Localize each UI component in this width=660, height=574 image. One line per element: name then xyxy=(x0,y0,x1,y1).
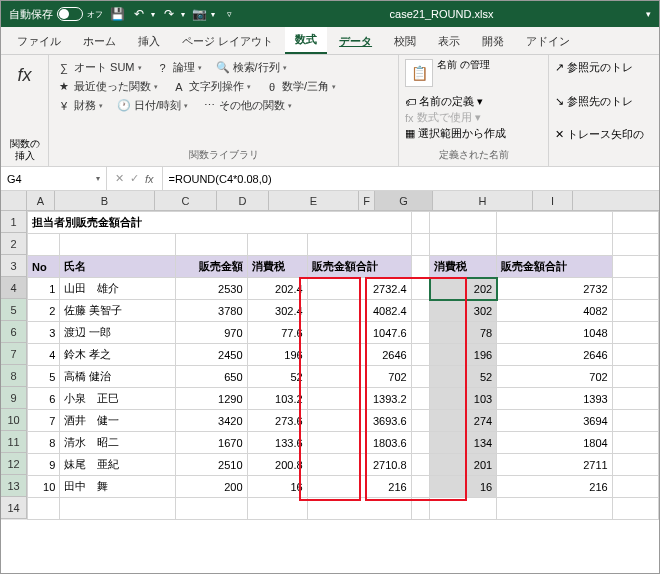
cancel-formula-icon[interactable]: ✕ xyxy=(115,172,124,185)
tab-home[interactable]: ホーム xyxy=(73,29,126,54)
row-header[interactable]: 2 xyxy=(1,233,27,255)
enter-formula-icon[interactable]: ✓ xyxy=(130,172,139,185)
cell-tax2[interactable]: 202 xyxy=(430,278,497,300)
cell-sales[interactable]: 3780 xyxy=(175,300,247,322)
cell-total2[interactable]: 216 xyxy=(497,476,613,498)
cell-tax2[interactable]: 52 xyxy=(430,366,497,388)
row-header[interactable]: 5 xyxy=(1,299,27,321)
cell-no[interactable]: 6 xyxy=(28,388,60,410)
tab-insert[interactable]: 挿入 xyxy=(128,29,170,54)
create-from-selection-button[interactable]: ▦選択範囲から作成 xyxy=(405,126,542,141)
cell-sales[interactable]: 1670 xyxy=(175,432,247,454)
autosave-toggle[interactable]: 自動保存 オフ xyxy=(9,7,103,22)
autosum-button[interactable]: ∑オート SUM ▾ xyxy=(55,59,144,76)
ribbon-group-insert-function[interactable]: fx 関数の 挿入 xyxy=(1,55,49,166)
row-header[interactable]: 11 xyxy=(1,431,27,453)
row-header[interactable]: 6 xyxy=(1,321,27,343)
remove-arrows-button[interactable]: ✕トレース矢印の xyxy=(555,126,653,143)
cell-sales[interactable]: 2530 xyxy=(175,278,247,300)
cell-sales[interactable]: 2510 xyxy=(175,454,247,476)
cell-total2[interactable]: 1048 xyxy=(497,322,613,344)
cell-name[interactable]: 佐藤 美智子 xyxy=(60,300,176,322)
header-name[interactable]: 氏名 xyxy=(60,256,176,278)
cell-total[interactable]: 1047.6 xyxy=(307,322,411,344)
cell-sales[interactable]: 970 xyxy=(175,322,247,344)
cell-no[interactable]: 9 xyxy=(28,454,60,476)
datetime-button[interactable]: 🕐日付/時刻 ▾ xyxy=(115,97,190,114)
text-button[interactable]: A文字列操作 ▾ xyxy=(170,78,253,95)
cell-total[interactable]: 3693.6 xyxy=(307,410,411,432)
tab-view[interactable]: 表示 xyxy=(428,29,470,54)
cell-total2[interactable]: 2711 xyxy=(497,454,613,476)
cell-no[interactable]: 3 xyxy=(28,322,60,344)
row-header[interactable]: 4 xyxy=(1,277,27,299)
redo-icon[interactable]: ↷ xyxy=(161,6,177,22)
cell-no[interactable]: 1 xyxy=(28,278,60,300)
tab-file[interactable]: ファイル xyxy=(7,29,71,54)
cell-total2[interactable]: 702 xyxy=(497,366,613,388)
insert-fx-icon[interactable]: fx xyxy=(145,173,154,185)
cell-tax[interactable]: 196 xyxy=(247,344,307,366)
cell-no[interactable]: 2 xyxy=(28,300,60,322)
cell-tax[interactable]: 133.6 xyxy=(247,432,307,454)
camera-icon[interactable]: 📷 xyxy=(191,6,207,22)
cell-tax[interactable]: 273.6 xyxy=(247,410,307,432)
financial-button[interactable]: ¥財務 ▾ xyxy=(55,97,105,114)
cell-total2[interactable]: 2646 xyxy=(497,344,613,366)
col-header[interactable]: D xyxy=(217,191,269,210)
save-icon[interactable]: 💾 xyxy=(109,6,125,22)
cell-tax2[interactable]: 302 xyxy=(430,300,497,322)
cell-no[interactable]: 10 xyxy=(28,476,60,498)
tab-formulas[interactable]: 数式 xyxy=(285,27,327,54)
header-total[interactable]: 販売金額合計 xyxy=(307,256,411,278)
row-header[interactable]: 10 xyxy=(1,409,27,431)
col-header[interactable]: A xyxy=(27,191,55,210)
cell-sales[interactable]: 200 xyxy=(175,476,247,498)
cell-name[interactable]: 田中 舞 xyxy=(60,476,176,498)
formula-input[interactable]: =ROUND(C4*0.08,0) xyxy=(163,173,278,185)
cell-total2[interactable]: 4082 xyxy=(497,300,613,322)
cell-no[interactable]: 7 xyxy=(28,410,60,432)
lookup-button[interactable]: 🔍検索/行列 ▾ xyxy=(214,59,289,76)
cells-grid[interactable]: 担当者別販売金額合計 No 氏名 販売金額 消費税 販売金額合計 消費税 販売金… xyxy=(27,211,659,520)
cell-total[interactable]: 1803.6 xyxy=(307,432,411,454)
cell-sales[interactable]: 3420 xyxy=(175,410,247,432)
logical-button[interactable]: ?論理 ▾ xyxy=(154,59,204,76)
cell-tax[interactable]: 302.4 xyxy=(247,300,307,322)
header-tax2[interactable]: 消費税 xyxy=(430,256,497,278)
cell-name[interactable]: 高橋 健治 xyxy=(60,366,176,388)
cell-tax[interactable]: 202.4 xyxy=(247,278,307,300)
tab-data[interactable]: データ xyxy=(329,29,382,54)
col-header[interactable]: C xyxy=(155,191,217,210)
customize-qa-icon[interactable]: ▿ xyxy=(221,6,237,22)
tab-review[interactable]: 校閲 xyxy=(384,29,426,54)
cell-tax2[interactable]: 103 xyxy=(430,388,497,410)
col-header[interactable]: B xyxy=(55,191,155,210)
cell-name[interactable]: 酒井 健一 xyxy=(60,410,176,432)
col-header[interactable]: I xyxy=(533,191,573,210)
cell-sales[interactable]: 2450 xyxy=(175,344,247,366)
trace-dependents-button[interactable]: ↘参照先のトレ xyxy=(555,93,653,110)
cell-total[interactable]: 702 xyxy=(307,366,411,388)
recent-button[interactable]: ★最近使った関数 ▾ xyxy=(55,78,160,95)
cell-name[interactable]: 妹尾 亜紀 xyxy=(60,454,176,476)
col-header[interactable]: E xyxy=(269,191,359,210)
cell-total2[interactable]: 1804 xyxy=(497,432,613,454)
cell-tax[interactable]: 77.6 xyxy=(247,322,307,344)
row-header[interactable]: 14 xyxy=(1,497,27,519)
cell-tax2[interactable]: 196 xyxy=(430,344,497,366)
cell-tax[interactable]: 52 xyxy=(247,366,307,388)
col-header[interactable]: H xyxy=(433,191,533,210)
cell-name[interactable]: 渡辺 一郎 xyxy=(60,322,176,344)
row-header[interactable]: 12 xyxy=(1,453,27,475)
cell-tax2[interactable]: 274 xyxy=(430,410,497,432)
sheet-title[interactable]: 担当者別販売金額合計 xyxy=(28,212,412,234)
cell-tax[interactable]: 103.2 xyxy=(247,388,307,410)
tab-developer[interactable]: 開発 xyxy=(472,29,514,54)
namebox-dropdown-icon[interactable]: ▾ xyxy=(96,174,100,183)
cell-total[interactable]: 2646 xyxy=(307,344,411,366)
cell-no[interactable]: 8 xyxy=(28,432,60,454)
col-header[interactable]: G xyxy=(375,191,433,210)
name-manager-icon[interactable]: 📋 xyxy=(405,59,433,87)
header-sales[interactable]: 販売金額 xyxy=(175,256,247,278)
